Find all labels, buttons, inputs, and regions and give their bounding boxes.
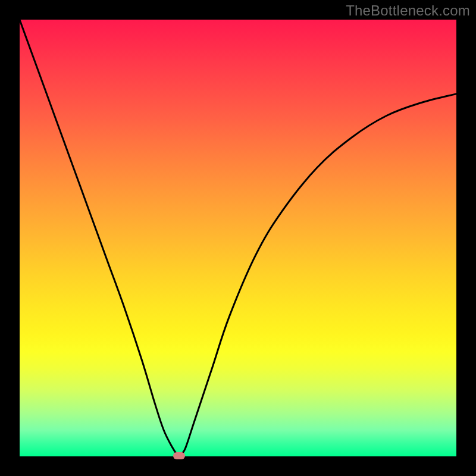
watermark-text: TheBottleneck.com [346, 2, 470, 19]
plot-area [20, 20, 456, 456]
bottleneck-curve [20, 20, 456, 456]
chart-frame: TheBottleneck.com [0, 0, 476, 476]
optimum-marker [173, 452, 185, 459]
